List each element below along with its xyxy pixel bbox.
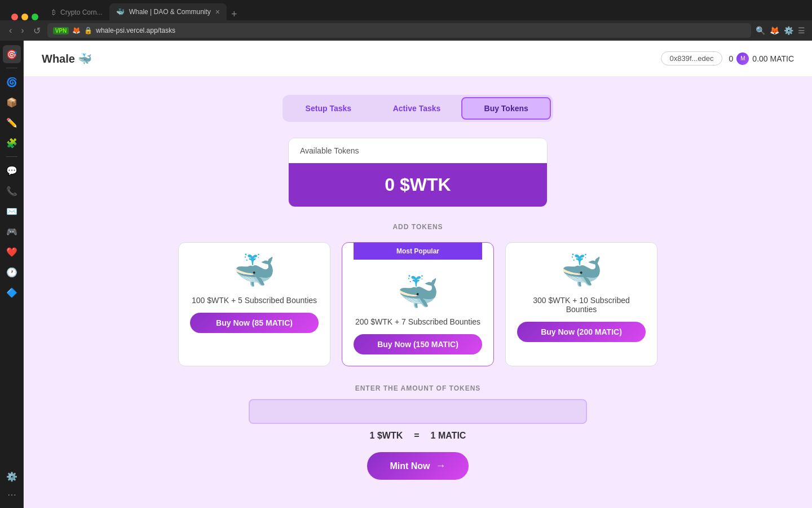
sidebar-icon-chat[interactable]: 💬 bbox=[3, 161, 21, 179]
sidebar-icon-cube[interactable]: 🔷 bbox=[3, 283, 21, 301]
crypto-tab-label: Crypto Corn... bbox=[60, 8, 103, 16]
matic-count: 0 bbox=[729, 54, 734, 63]
token-amount-input[interactable] bbox=[249, 399, 587, 424]
sidebar-icon-phone[interactable]: 📞 bbox=[3, 182, 21, 200]
forward-button[interactable]: › bbox=[19, 24, 26, 37]
app-header: Whale 🐳 0x839f...edec 0 M 0.00 MATIC bbox=[24, 41, 812, 77]
sidebar-icon-settings[interactable]: ⚙️ bbox=[3, 467, 21, 485]
sidebar: 🎯 🌀 📦 ✏️ 🧩 💬 📞 ✉️ 🎮 ❤️ 🕐 🔷 ⚙️ ⋯ bbox=[0, 41, 24, 508]
sidebar-divider-2 bbox=[6, 156, 17, 157]
conversion-row: 1 $WTK = 1 MATIC bbox=[249, 431, 587, 441]
wallet-address-badge[interactable]: 0x839f...edec bbox=[661, 51, 722, 65]
tab-whale[interactable]: 🐳 Whale | DAO & Community × bbox=[109, 3, 227, 20]
conversion-right: 1 MATIC bbox=[431, 431, 466, 441]
address-bar[interactable]: VPN 🦊 🔒 whale-psi.vercel.app/tasks bbox=[47, 23, 751, 38]
card-description-2: 200 $WTK + 7 Subscribed Bounties bbox=[355, 317, 480, 326]
conversion-left: 1 $WTK bbox=[370, 431, 403, 441]
browser-toolbar: ‹ › ↺ VPN 🦊 🔒 whale-psi.vercel.app/tasks… bbox=[0, 20, 812, 41]
enter-tokens-section: ENTER THE AMOUNT OF TOKENS 1 $WTK = 1 MA… bbox=[249, 384, 587, 480]
traffic-lights bbox=[5, 14, 45, 20]
available-tokens-box: Available Tokens 0 $WTK bbox=[288, 138, 548, 207]
tab-close-btn[interactable]: × bbox=[215, 7, 220, 16]
browser-extension-icon: 🦊 bbox=[72, 27, 81, 34]
tab-setup-tasks[interactable]: Setup Tasks bbox=[285, 98, 372, 119]
tab-bar: ₿ Crypto Corn... 🐳 Whale | DAO & Communi… bbox=[0, 0, 812, 20]
close-traffic-light[interactable] bbox=[11, 14, 18, 20]
vpn-badge: VPN bbox=[53, 27, 69, 34]
token-card-300: 🐳 300 $WTK + 10 Subscribed Bounties Buy … bbox=[505, 242, 657, 366]
crypto-tab-favicon: ₿ bbox=[52, 8, 56, 16]
sidebar-icon-more[interactable]: ⋯ bbox=[3, 485, 21, 503]
header-right: 0x839f...edec 0 M 0.00 MATIC bbox=[661, 51, 794, 65]
matic-info: 0 M 0.00 MATIC bbox=[729, 52, 794, 65]
back-button[interactable]: ‹ bbox=[7, 24, 14, 37]
sidebar-bottom: ⚙️ ⋯ bbox=[3, 467, 21, 503]
tabs-container: Setup Tasks Active Tasks Buy Tokens bbox=[283, 95, 553, 122]
token-cards-container: 🐳 100 $WTK + 5 Subscribed Bounties Buy N… bbox=[178, 242, 657, 366]
reload-button[interactable]: ↺ bbox=[31, 24, 43, 37]
tab-active-tasks[interactable]: Active Tasks bbox=[373, 98, 461, 119]
mint-button-label: Mint Now bbox=[390, 461, 430, 471]
whale-tab-favicon: 🐳 bbox=[116, 8, 125, 16]
whale-tab-label: Whale | DAO & Community bbox=[129, 8, 211, 16]
browser-chrome: ₿ Crypto Corn... 🐳 Whale | DAO & Communi… bbox=[0, 0, 812, 41]
matic-icon: M bbox=[736, 52, 749, 65]
sidebar-icon-box[interactable]: 📦 bbox=[3, 93, 21, 111]
main-content: Whale 🐳 0x839f...edec 0 M 0.00 MATIC Set… bbox=[24, 41, 812, 508]
app-logo: Whale 🐳 bbox=[42, 52, 92, 65]
browser-actions: 🔍 🦊 ⚙️ ☰ bbox=[756, 26, 805, 35]
card-description-3: 300 $WTK + 10 Subscribed Bounties bbox=[517, 296, 646, 314]
conversion-eq: = bbox=[414, 431, 419, 441]
maximize-traffic-light[interactable] bbox=[32, 14, 38, 20]
enter-tokens-label: ENTER THE AMOUNT OF TOKENS bbox=[249, 384, 587, 392]
token-card-200: Most Popular 🐳 200 $WTK + 7 Subscribed B… bbox=[342, 242, 494, 366]
sidebar-icon-clock[interactable]: 🕐 bbox=[3, 263, 21, 281]
sidebar-icon-heart[interactable]: ❤️ bbox=[3, 243, 21, 261]
tokens-value-text: 0 $WTK bbox=[300, 174, 536, 195]
tokens-value-area: 0 $WTK bbox=[289, 163, 547, 207]
whale-emoji-3: 🐳 bbox=[561, 254, 603, 288]
available-tokens-label: Available Tokens bbox=[289, 138, 547, 163]
minimize-traffic-light[interactable] bbox=[21, 14, 28, 20]
app-layout: 🎯 🌀 📦 ✏️ 🧩 💬 📞 ✉️ 🎮 ❤️ 🕐 🔷 ⚙️ ⋯ Whale 🐳 … bbox=[0, 41, 812, 508]
buy-button-85[interactable]: Buy Now (85 MATIC) bbox=[190, 313, 319, 333]
whale-emoji-1: 🐳 bbox=[233, 254, 276, 288]
buy-button-200[interactable]: Buy Now (200 MATIC) bbox=[517, 322, 646, 342]
popular-label: Most Popular bbox=[354, 243, 482, 260]
menu-button[interactable]: ☰ bbox=[798, 26, 805, 35]
token-card-100: 🐳 100 $WTK + 5 Subscribed Bounties Buy N… bbox=[178, 242, 330, 366]
address-text: whale-psi.vercel.app/tasks bbox=[96, 27, 175, 34]
mint-button[interactable]: Mint Now → bbox=[367, 452, 468, 480]
sidebar-icon-game[interactable]: 🎮 bbox=[3, 222, 21, 240]
buy-button-150[interactable]: Buy Now (150 MATIC) bbox=[354, 334, 482, 354]
page-content: Setup Tasks Active Tasks Buy Tokens Avai… bbox=[24, 77, 812, 498]
card-description-1: 100 $WTK + 5 Subscribed Bounties bbox=[192, 296, 317, 305]
sidebar-icon-edit[interactable]: ✏️ bbox=[3, 113, 21, 132]
bookmark-button[interactable]: 🦊 bbox=[770, 26, 779, 35]
sidebar-icon-wave[interactable]: 🌀 bbox=[3, 73, 21, 91]
tab-crypto[interactable]: ₿ Crypto Corn... bbox=[45, 5, 109, 20]
mint-arrow-icon: → bbox=[436, 460, 446, 472]
matic-amount: 0.00 MATIC bbox=[752, 54, 794, 63]
search-button[interactable]: 🔍 bbox=[756, 26, 765, 35]
add-tokens-label: ADD TOKENS bbox=[392, 223, 443, 231]
sidebar-icon-home[interactable]: 🎯 bbox=[3, 45, 21, 63]
extensions-button[interactable]: ⚙️ bbox=[784, 26, 793, 35]
whale-emoji-2: 🐳 bbox=[397, 275, 439, 309]
tab-buy-tokens[interactable]: Buy Tokens bbox=[461, 97, 551, 120]
sidebar-divider-1 bbox=[6, 68, 17, 68]
sidebar-icon-puzzle[interactable]: 🧩 bbox=[3, 134, 21, 152]
sidebar-icon-mail[interactable]: ✉️ bbox=[3, 202, 21, 220]
lock-icon: 🔒 bbox=[84, 27, 92, 34]
new-tab-button[interactable]: + bbox=[227, 8, 242, 20]
